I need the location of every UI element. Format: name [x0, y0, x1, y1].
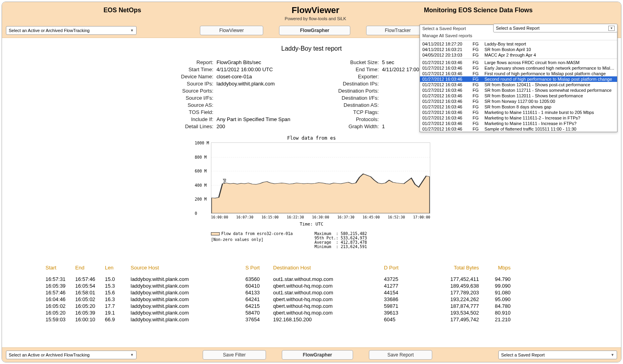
saved-report-datetime: 01/27/2012 16:03:46 — [422, 99, 473, 104]
saved-report-option[interactable]: 04/05/2012 20:13:03FGMACC Apr 2 through … — [420, 52, 617, 58]
saved-report-option[interactable]: 01/27/2012 16:03:46FGMarketing to Maine … — [420, 110, 617, 115]
table-cell: qbert.without-hq.mop.com — [273, 296, 384, 302]
saved-report-datetime: 04/11/2012 18:27:20 — [422, 42, 473, 46]
table-row: 16:57:4616:58:0115.6laddyboy.withit.plan… — [46, 290, 577, 296]
saved-report-option[interactable]: 01/27/2012 16:03:46FGSR from Norway 1127… — [420, 99, 617, 104]
meta-label: Source IPs: — [162, 81, 213, 87]
table-cell: 16:57:31 — [46, 276, 75, 282]
table-cell: 193,224,262 — [424, 296, 479, 302]
legend-swatch — [211, 232, 220, 235]
save-report-button[interactable]: Save Report — [369, 350, 432, 360]
meta-value: FlowGraph Bits/sec — [217, 59, 296, 65]
tracking-select[interactable]: Select an Active or Archived FlowTrackin… — [6, 26, 137, 35]
table-cell: 58470 — [245, 310, 273, 316]
footer-tracking-select[interactable]: Select an Active or Archived FlowTrackin… — [6, 351, 137, 359]
table-cell: 80.910 — [479, 310, 511, 316]
table-cell: 91.080 — [479, 290, 511, 296]
meta-label: Source I/Fs: — [162, 95, 213, 101]
saved-report-datetime: 01/27/2012 16:03:46 — [422, 66, 473, 70]
table-cell: 177,452,411 — [424, 276, 479, 282]
tracking-select-text: Select an Active or Archived FlowTrackin… — [9, 28, 89, 33]
chart-ytick: 400 M — [195, 183, 207, 187]
table-cell: 189,459,638 — [424, 283, 479, 289]
saved-report-type: FG — [473, 71, 484, 76]
table-cell: 16:05:54 — [75, 283, 105, 289]
meta-value: laddyboy.withit.plank.com — [217, 81, 296, 87]
flow-table-body: 16:57:3116:57:4615.0laddyboy.withit.plan… — [46, 276, 577, 322]
chart-ytick: 800 M — [195, 155, 207, 159]
table-header-cell: End — [75, 265, 105, 271]
meta-row: Start Time:4/11/2012 16:00:00 UTC — [162, 66, 296, 72]
chart-xtick: 16:30:00 — [312, 215, 329, 219]
table-cell: 16:57:46 — [46, 290, 75, 296]
table-cell: 66.9 — [105, 317, 131, 322]
table-cell: 16:05:39 — [46, 283, 75, 289]
meta-label: Report: — [162, 59, 213, 65]
saved-report-select[interactable]: Select a Saved Report ▼ — [493, 24, 617, 32]
saved-report-datetime: 01/27/2012 16:03:46 — [422, 88, 473, 93]
meta-label: Device Name: — [162, 74, 213, 80]
saved-report-option[interactable]: 01/27/2012 16:03:46FGFirst round of high… — [420, 71, 617, 76]
chart-stat: Maximum : 580,215,482 — [315, 231, 367, 236]
saved-report-type: FG — [473, 99, 484, 104]
saved-report-option[interactable]: 01/27/2012 16:03:46FGMarketing to Maine … — [420, 121, 617, 126]
saved-report-option[interactable]: 01/27/2012 16:03:46FGSR from Boston 1120… — [420, 93, 617, 99]
table-cell: 94.790 — [479, 276, 511, 282]
table-cell: qbert.without-hq.mop.com — [273, 303, 384, 309]
saved-report-type: FG — [473, 47, 484, 52]
flowgrapher-button[interactable]: FlowGrapher — [279, 26, 350, 35]
table-cell: 15.6 — [105, 290, 131, 296]
chart-xtick: 17:00:00 — [413, 215, 430, 219]
chevron-down-icon: ▼ — [130, 28, 134, 32]
saved-report-option[interactable]: 01/27/2012 16:03:46FGSample of flattened… — [420, 126, 617, 132]
saved-report-option[interactable]: 01/27/2012 16:03:46FGSR from Boston 1204… — [420, 82, 617, 87]
saved-report-option[interactable]: 01/27/2012 16:03:46FGSR from Boston 1127… — [420, 87, 617, 93]
flowviewer-button[interactable]: FlowViewer — [200, 26, 263, 35]
footer-saved-report-select[interactable]: Select a Saved Report ▼ — [498, 351, 617, 359]
meta-row: Source Ports: — [162, 88, 296, 94]
saved-report-option[interactable]: 01/27/2012 16:03:46FGLarge flows across … — [420, 60, 617, 65]
saved-report-option[interactable]: 01/27/2012 16:03:46FGMarketing to Maine … — [420, 115, 617, 121]
footer-saved-text: Select a Saved Report — [501, 353, 545, 357]
saved-report-dropdown[interactable]: Select a Saved Report Manage All Saved r… — [420, 25, 617, 132]
table-cell: laddyboy.withit.plank.com — [131, 296, 245, 302]
meta-label: Detail Lines: — [162, 123, 213, 129]
saved-report-option[interactable]: 01/27/2012 16:03:46FGEarly January shows… — [420, 65, 617, 71]
table-cell: 17.7 — [105, 303, 131, 309]
table-row: 16:05:3916:05:5415.3laddyboy.withit.plan… — [46, 283, 577, 289]
meta-label: Include If: — [162, 116, 213, 122]
save-filter-button[interactable]: Save Filter — [203, 350, 266, 360]
saved-report-name: Laddy-Boy test report — [484, 42, 615, 46]
saved-report-type: FG — [473, 93, 484, 98]
table-cell: 19.1 — [105, 310, 131, 316]
saved-report-option[interactable]: 04/11/2012 16:03:21FGSR from Boston Apri… — [420, 47, 617, 52]
saved-report-name: Large flows across FRDC circuit from non… — [484, 60, 615, 65]
table-cell: 16:05:39 — [75, 310, 105, 316]
saved-report-manage[interactable]: Manage All Saved reports — [420, 32, 617, 39]
table-cell: laddyboy.withit.plank.com — [131, 283, 245, 289]
table-cell: 64241 — [245, 296, 273, 302]
saved-report-name: Marketing to Maine 111611 - 1 minute bur… — [484, 110, 615, 115]
table-cell: 39613 — [384, 310, 424, 316]
table-cell: laddyboy.withit.plank.com — [131, 303, 245, 309]
saved-report-type: FG — [473, 121, 484, 126]
saved-report-type: FG — [473, 88, 484, 93]
meta-label: Source AS: — [162, 102, 213, 108]
saved-report-option[interactable]: 01/27/2012 16:03:46FGSR from Boston 8 da… — [420, 104, 617, 110]
saved-report-option[interactable]: 01/27/2012 16:03:46FGSecond round of hig… — [420, 76, 617, 82]
footer-flowgrapher-button[interactable]: FlowGrapher — [282, 350, 353, 360]
table-cell: 16:05:02 — [46, 303, 75, 309]
table-row: 16:05:0216:05:2017.7laddyboy.withit.plan… — [46, 303, 577, 309]
saved-report-option[interactable]: 04/11/2012 18:27:20FGLaddy-Boy test repo… — [420, 41, 617, 47]
table-cell: laddyboy.withit.plank.com — [131, 317, 245, 322]
meta-value — [217, 102, 296, 108]
chevron-down-icon: ▼ — [608, 26, 615, 31]
meta-row: Source I/Fs: — [162, 95, 296, 101]
table-row: 16:57:3116:57:4615.0laddyboy.withit.plan… — [46, 276, 577, 282]
saved-report-datetime: 01/27/2012 16:03:46 — [422, 116, 473, 120]
divider — [420, 40, 617, 40]
table-cell: 16.3 — [105, 296, 131, 302]
saved-report-type: FG — [473, 77, 484, 82]
chart-xtick: 16:52:30 — [388, 215, 405, 219]
chart-ytick: 0 — [195, 211, 197, 216]
